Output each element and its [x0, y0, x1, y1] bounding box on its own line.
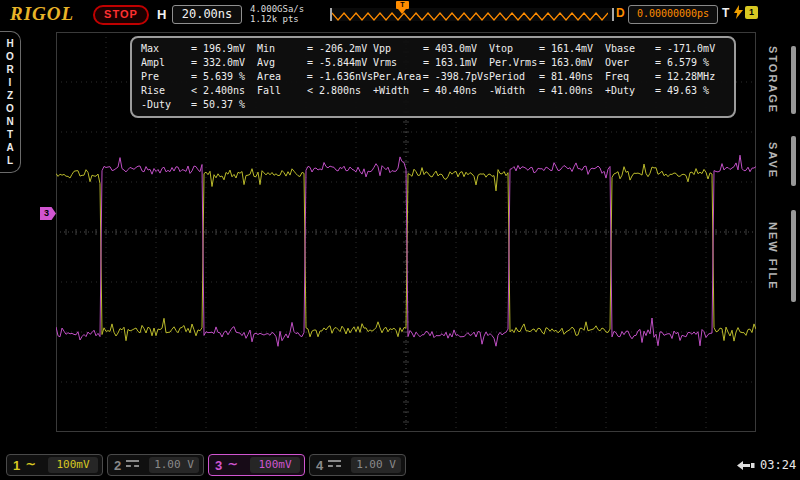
measurement-cell: +Duty=49.63 %: [605, 85, 721, 99]
channel-scale: 1.00 V: [351, 457, 401, 473]
measurement-separator: =: [191, 57, 203, 71]
trigger-label: T: [722, 6, 729, 20]
measurement-value: 161.4mV: [551, 43, 605, 57]
measurement-separator: =: [655, 43, 667, 57]
measurement-label: -Duty: [141, 99, 191, 113]
measurement-cell: Per.Vrms=163.0mV: [489, 57, 605, 71]
measurement-value: 50.37 %: [203, 99, 257, 113]
measurement-cell: Avg=-5.844mV: [257, 57, 373, 71]
channel-2-box[interactable]: 21.00 V: [107, 454, 204, 476]
measurement-separator: =: [423, 43, 435, 57]
left-menu-title: HORIZONTAL: [5, 38, 16, 172]
measurement-row: Ampl=332.0mVAvg=-5.844mVVrms=163.1mVPer.…: [141, 57, 725, 71]
measurement-label: Ampl: [141, 57, 191, 71]
measurement-label: Vtop: [489, 43, 539, 57]
measurement-label: Fall: [257, 85, 307, 99]
status-bar: RIGOL STOP H 20.00ns 4.000GSa/s 1.12k pt…: [0, 0, 800, 28]
measurement-separator: =: [423, 71, 435, 85]
measurement-value: 41.00ns: [551, 85, 605, 99]
measurement-label: Per.Vrms: [489, 57, 539, 71]
measurement-label: +Duty: [605, 85, 655, 99]
measurement-separator: =: [655, 85, 667, 99]
measurement-cell: Area=-1.636nVs: [257, 71, 373, 85]
measurement-value: 6.579 %: [667, 57, 721, 71]
measurement-cell: Pre=5.639 %: [141, 71, 257, 85]
measurement-row: -Duty=50.37 %: [141, 99, 725, 113]
measurement-label: +Width: [373, 85, 423, 99]
measurement-value: 81.40ns: [551, 71, 605, 85]
measurement-row: Pre=5.639 %Area=-1.636nVsPer.Area=-398.7…: [141, 71, 725, 85]
measurement-label: Freq: [605, 71, 655, 85]
softkey-new-file[interactable]: NEW FILE: [758, 206, 798, 306]
measurement-cell: Over=6.579 %: [605, 57, 721, 71]
measurement-separator: =: [307, 43, 319, 57]
measurement-label: Vrms: [373, 57, 423, 71]
measurement-row: Max=196.9mVMin=-206.2mVVpp=403.0mVVtop=1…: [141, 43, 725, 57]
measurement-value: 196.9mV: [203, 43, 257, 57]
sample-rate: 4.000GSa/s: [250, 4, 304, 14]
measurement-value: 5.639 %: [203, 71, 257, 85]
measurement-label: Min: [257, 43, 307, 57]
measurement-separator: =: [423, 85, 435, 99]
trigger-position-marker[interactable]: T: [396, 1, 409, 9]
measurement-value: -5.844mV: [319, 57, 373, 71]
clock: 03:24: [760, 458, 796, 472]
measurement-cell: +Width=40.40ns: [373, 85, 489, 99]
softkey-save[interactable]: SAVE: [758, 132, 798, 190]
left-menu-tab[interactable]: HORIZONTAL: [0, 31, 21, 173]
measurement-separator: =: [191, 43, 203, 57]
measurement-cell: Ampl=332.0mV: [141, 57, 257, 71]
measurement-label: Rise: [141, 85, 191, 99]
channel3-position-marker[interactable]: 3: [40, 207, 56, 220]
measurement-value: -398.7pVs: [435, 71, 489, 85]
measurement-value: 163.0mV: [551, 57, 605, 71]
measurement-value: 403.0mV: [435, 43, 489, 57]
softkey-side-bar: [791, 136, 796, 186]
memory-position-bar: [330, 8, 614, 21]
measurement-cell: Rise<2.400ns: [141, 85, 257, 99]
measurement-value: -171.0mV: [667, 43, 721, 57]
measurement-cell: Vtop=161.4mV: [489, 43, 605, 57]
channel-4-box[interactable]: 41.00 V: [309, 454, 406, 476]
channel-number: 2: [114, 458, 121, 473]
measurement-cell: Vpp=403.0mV: [373, 43, 489, 57]
timebase-readout: 20.00ns: [172, 5, 242, 24]
measurement-value: 12.28MHz: [667, 71, 721, 85]
delay-label: D: [616, 6, 625, 20]
measurement-value: 332.0mV: [203, 57, 257, 71]
softkey-storage[interactable]: STORAGE: [758, 42, 798, 118]
usb-arrow-icon: [736, 460, 755, 471]
softkey-label: SAVE: [767, 142, 779, 179]
ac-coupling-icon: ~: [25, 456, 36, 471]
measurement-label: Over: [605, 57, 655, 71]
measurement-cell: Fall<2.800ns: [257, 85, 373, 99]
measurement-label: Period: [489, 71, 539, 85]
channel-number: 1: [13, 458, 20, 473]
measurement-value: 40.40ns: [435, 85, 489, 99]
measurement-cell: Vbase=-171.0mV: [605, 43, 721, 57]
trigger-source-badge: 1: [745, 6, 758, 19]
measurement-value: 2.400ns: [203, 85, 257, 99]
memory-waveform-icon: [332, 10, 608, 23]
measurement-cell: Vrms=163.1mV: [373, 57, 489, 71]
measurement-separator: =: [307, 71, 319, 85]
channel-scale: 100mV: [48, 457, 98, 473]
trigger-edge-icon: [734, 5, 743, 19]
dc-coupling-icon: [126, 460, 139, 470]
channel-3-box[interactable]: 3~100mV: [208, 454, 305, 476]
softkey-label: NEW FILE: [767, 222, 779, 291]
measurement-row: Rise<2.400nsFall<2.800ns+Width=40.40ns-W…: [141, 85, 725, 99]
channel-number: 3: [215, 458, 222, 473]
delay-readout: 0.00000000ps: [628, 5, 718, 24]
measurement-label: Avg: [257, 57, 307, 71]
measurement-value: -206.2mV: [319, 43, 373, 57]
measurement-label: Area: [257, 71, 307, 85]
acquisition-info: 4.000GSa/s 1.12k pts: [250, 4, 304, 24]
measurement-label: -Width: [489, 85, 539, 99]
softkey-menu: STORAGESAVENEW FILE: [758, 0, 800, 480]
ac-coupling-icon: ~: [227, 456, 238, 471]
channel-1-box[interactable]: 1~100mV: [6, 454, 103, 476]
softkey-label: STORAGE: [767, 46, 779, 114]
measurement-cell: -Duty=50.37 %: [141, 99, 257, 113]
softkey-side-bar: [791, 46, 796, 114]
